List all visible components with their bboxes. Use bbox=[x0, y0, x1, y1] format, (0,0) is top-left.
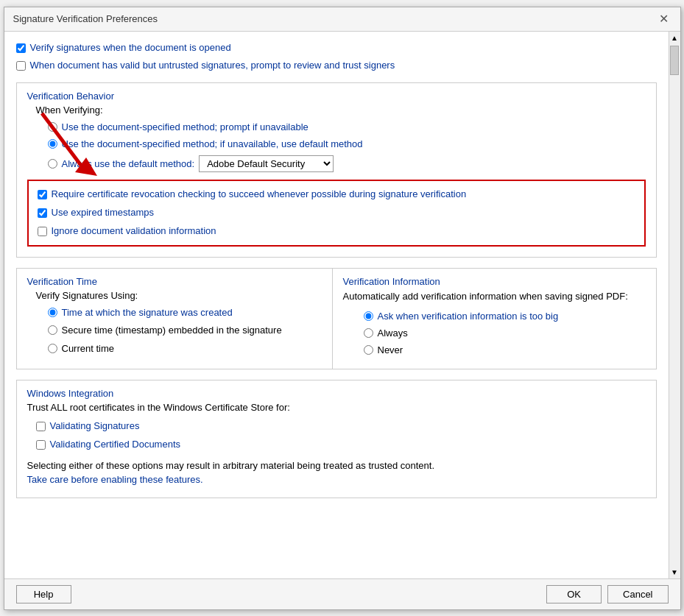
verification-behavior-section: Verification Behavior When Verifying: Us… bbox=[16, 82, 657, 258]
radio-row-1: Use the document-specified method; promp… bbox=[48, 121, 646, 132]
radio-signature-created-time[interactable] bbox=[48, 308, 57, 317]
radio-document-specified-prompt[interactable] bbox=[48, 122, 57, 132]
verify-on-open-label[interactable]: Verify signatures when the document is o… bbox=[30, 42, 231, 54]
scroll-up-arrow[interactable]: ▲ bbox=[669, 32, 680, 44]
ok-cancel-group: OK Cancel bbox=[546, 585, 668, 603]
prompt-untrusted-row: When document has valid but untrusted si… bbox=[16, 60, 657, 72]
vi-row-1: Ask when verification information is too… bbox=[364, 311, 646, 322]
verification-time-title: Verification Time bbox=[27, 276, 322, 287]
verification-info-description: Automatically add verification informati… bbox=[343, 290, 646, 303]
ignore-validation-checkbox[interactable] bbox=[38, 227, 47, 236]
default-method-select[interactable]: Adobe Default Security Windows Default S… bbox=[199, 155, 334, 172]
radio-current-time[interactable] bbox=[48, 344, 57, 353]
radio-document-specified-default[interactable] bbox=[48, 139, 57, 149]
vt-row-1: Time at which the signature was created bbox=[48, 307, 322, 318]
note-text-main: Selecting either of these options may re… bbox=[27, 460, 435, 471]
radio-secure-timestamp[interactable] bbox=[48, 325, 57, 335]
top-checkboxes: Verify signatures when the document is o… bbox=[16, 42, 657, 73]
vi-row-2: Always bbox=[364, 328, 646, 339]
radio-2-label[interactable]: Use the document-specified method; if un… bbox=[62, 138, 363, 149]
radio-always-default[interactable] bbox=[48, 159, 57, 169]
vi-1-label[interactable]: Ask when verification information is too… bbox=[378, 311, 559, 322]
validating-certified-label[interactable]: Validating Certified Documents bbox=[50, 439, 181, 451]
two-col-section: Verification Time Verify Signatures Usin… bbox=[16, 268, 657, 369]
vt-row-3: Current time bbox=[48, 343, 322, 354]
validating-signatures-row: Validating Signatures bbox=[36, 420, 646, 433]
vt-3-label[interactable]: Current time bbox=[62, 343, 115, 354]
dialog-title: Signature Verification Preferences bbox=[13, 13, 158, 24]
verification-info-title: Verification Information bbox=[343, 276, 646, 287]
windows-integration-description: Trust ALL root certificates in the Windo… bbox=[27, 402, 646, 413]
verification-info-section: Verification Information Automatically a… bbox=[333, 268, 657, 369]
prompt-untrusted-checkbox[interactable] bbox=[16, 61, 26, 71]
prompt-untrusted-label[interactable]: When document has valid but untrusted si… bbox=[30, 60, 395, 72]
vt-1-label[interactable]: Time at which the signature was created bbox=[62, 307, 233, 318]
vt-2-label[interactable]: Secure time (timestamp) embedded in the … bbox=[62, 324, 282, 337]
highlight-arrow-container: Require certificate revocation checking … bbox=[27, 180, 646, 247]
vt-row-2: Secure time (timestamp) embedded in the … bbox=[48, 324, 322, 337]
signature-verification-dialog: Signature Verification Preferences ✕ Ver… bbox=[4, 7, 681, 610]
radio-ask-too-big[interactable] bbox=[364, 311, 373, 321]
validating-certified-row: Validating Certified Documents bbox=[36, 439, 646, 451]
expired-timestamps-row: Use expired timestamps bbox=[38, 207, 635, 219]
note-text: Selecting either of these options may re… bbox=[27, 459, 646, 487]
validating-certified-checkbox[interactable] bbox=[36, 440, 46, 450]
radio-always[interactable] bbox=[364, 328, 373, 338]
vi-2-label[interactable]: Always bbox=[378, 328, 408, 339]
revocation-check-checkbox[interactable] bbox=[38, 190, 47, 199]
expired-timestamps-checkbox[interactable] bbox=[38, 208, 47, 218]
help-button[interactable]: Help bbox=[16, 585, 71, 603]
radio-row-2: Use the document-specified method; if un… bbox=[48, 138, 646, 149]
verification-radio-group: Use the document-specified method; promp… bbox=[48, 121, 646, 172]
revocation-check-row: Require certificate revocation checking … bbox=[38, 188, 635, 201]
expired-timestamps-label[interactable]: Use expired timestamps bbox=[52, 207, 154, 219]
verify-on-open-row: Verify signatures when the document is o… bbox=[16, 42, 657, 54]
vi-3-label[interactable]: Never bbox=[378, 344, 403, 355]
ignore-validation-label[interactable]: Ignore document validation information bbox=[52, 225, 216, 238]
title-bar: Signature Verification Preferences ✕ bbox=[4, 7, 680, 32]
scroll-down-arrow[interactable]: ▼ bbox=[669, 566, 680, 578]
verification-behavior-title: Verification Behavior bbox=[27, 91, 646, 102]
revocation-check-label[interactable]: Require certificate revocation checking … bbox=[52, 188, 467, 201]
radio-row-3: Always use the default method: Adobe Def… bbox=[48, 155, 646, 172]
verification-time-radio-group: Time at which the signature was created … bbox=[48, 307, 322, 354]
radio-3-label[interactable]: Always use the default method: bbox=[62, 158, 195, 169]
close-button[interactable]: ✕ bbox=[656, 13, 671, 25]
scrollbar[interactable]: ▲ ▼ bbox=[669, 32, 680, 578]
verify-signatures-using-label: Verify Signatures Using: bbox=[36, 290, 322, 301]
vi-row-3: Never bbox=[364, 344, 646, 355]
scroll-thumb[interactable] bbox=[670, 46, 679, 75]
when-verifying-label: When Verifying: bbox=[36, 105, 646, 116]
bottom-bar: Help OK Cancel bbox=[4, 578, 680, 609]
validating-signatures-checkbox[interactable] bbox=[36, 422, 46, 431]
windows-integration-title: Windows Integration bbox=[27, 388, 646, 399]
radio-never[interactable] bbox=[364, 345, 373, 355]
verification-info-radio-group: Ask when verification information is too… bbox=[364, 311, 646, 355]
ignore-validation-row: Ignore document validation information bbox=[38, 225, 635, 238]
note-link: Take care before enabling these features… bbox=[27, 474, 203, 485]
radio-1-label[interactable]: Use the document-specified method; promp… bbox=[62, 121, 308, 132]
cancel-button[interactable]: Cancel bbox=[607, 585, 668, 603]
dialog-content: Verify signatures when the document is o… bbox=[4, 32, 669, 578]
ok-button[interactable]: OK bbox=[546, 585, 602, 603]
validating-signatures-label[interactable]: Validating Signatures bbox=[50, 420, 140, 433]
verify-on-open-checkbox[interactable] bbox=[16, 43, 26, 53]
verification-time-section: Verification Time Verify Signatures Usin… bbox=[16, 268, 333, 369]
highlight-box: Require certificate revocation checking … bbox=[27, 180, 646, 247]
windows-integration-section: Windows Integration Trust ALL root certi… bbox=[16, 380, 657, 498]
